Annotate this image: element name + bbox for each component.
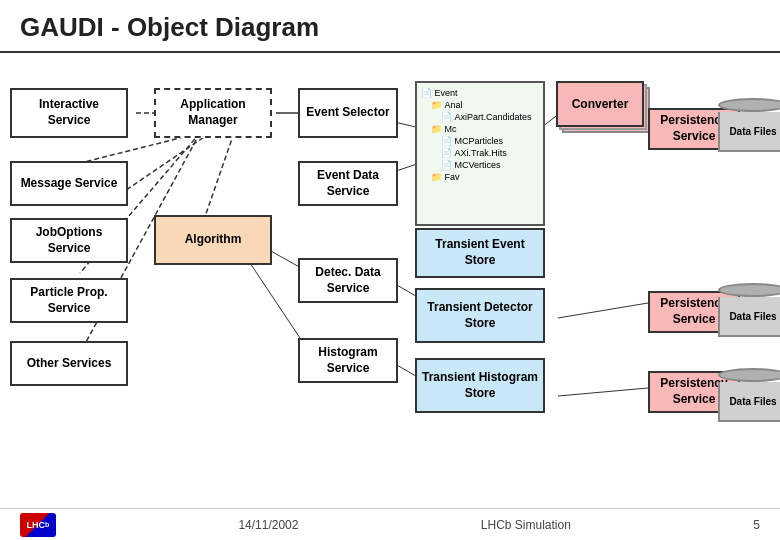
particle-prop-service-box: Particle Prop. Service xyxy=(10,278,128,323)
algorithm-box: Algorithm xyxy=(154,215,272,265)
tree-item-event: 📄 Event xyxy=(421,88,458,98)
tree-item-axitrak: 📄 AXi.Trak.Hits xyxy=(421,148,507,158)
footer-page: 5 xyxy=(753,518,760,532)
footer-logo: LHCb xyxy=(20,513,56,537)
event-tree-box: 📄 Event 📁 Anal 📄 AxiPart.Candidates 📁 Mc… xyxy=(415,81,545,226)
svg-line-18 xyxy=(558,388,648,396)
cylinder-body-2: Data Files xyxy=(718,297,780,337)
joboptions-service-label: JobOptions Service xyxy=(16,225,122,256)
event-data-service-label: Event Data Service xyxy=(304,168,392,199)
footer: LHCb 14/11/2002 LHCb Simulation 5 xyxy=(0,508,780,540)
data-files-2-label: Data Files xyxy=(729,311,776,322)
message-service-label: Message Service xyxy=(21,176,118,192)
particle-prop-service-label: Particle Prop. Service xyxy=(16,285,122,316)
detec-data-service-label: Detec. Data Service xyxy=(304,265,392,296)
interactive-service-box: Interactive Service xyxy=(10,88,128,138)
joboptions-service-box: JobOptions Service xyxy=(10,218,128,263)
application-manager-label: Application Manager xyxy=(160,97,266,128)
data-files-3-label: Data Files xyxy=(729,396,776,407)
diagram-area: Interactive Service Application Manager … xyxy=(0,53,780,523)
other-services-label: Other Services xyxy=(27,356,112,372)
histogram-service-label: Histogram Service xyxy=(304,345,392,376)
other-services-box: Other Services xyxy=(10,341,128,386)
tree-item-fav: 📁 Fav xyxy=(421,172,460,182)
data-files-1-label: Data Files xyxy=(729,126,776,137)
detec-data-service-box: Detec. Data Service xyxy=(298,258,398,303)
svg-line-15 xyxy=(558,303,648,318)
transient-histogram-store-box: Transient Histogram Store xyxy=(415,358,545,413)
cylinder-top-3 xyxy=(718,368,780,382)
tree-item-mc: 📁 Mc xyxy=(421,124,457,134)
cylinder-top-1 xyxy=(718,98,780,112)
converter-stack: Converter xyxy=(556,81,644,127)
cylinder-body-1: Data Files xyxy=(718,112,780,152)
data-files-2-cylinder: Data Files xyxy=(718,283,780,337)
event-selector-box: Event Selector xyxy=(298,88,398,138)
algorithm-label: Algorithm xyxy=(185,232,242,248)
tree-item-anal: 📁 Anal xyxy=(421,100,463,110)
transient-detector-store-box: Transient Detector Store xyxy=(415,288,545,343)
message-service-box: Message Service xyxy=(10,161,128,206)
interactive-service-label: Interactive Service xyxy=(16,97,122,128)
transient-event-store-label: Transient Event Store xyxy=(421,237,539,268)
data-files-3-cylinder: Data Files xyxy=(718,368,780,422)
cylinder-body-3: Data Files xyxy=(718,382,780,422)
cylinder-top-2 xyxy=(718,283,780,297)
data-files-1-cylinder: Data Files xyxy=(718,98,780,152)
footer-center: LHCb Simulation xyxy=(481,518,571,532)
event-data-service-box: Event Data Service xyxy=(298,161,398,206)
converter-box: Converter xyxy=(556,81,644,127)
tree-item-mcvertices: 📄 MCVertices xyxy=(421,160,501,170)
transient-detector-store-label: Transient Detector Store xyxy=(421,300,539,331)
transient-event-store-box: Transient Event Store xyxy=(415,228,545,278)
tree-item-axipart: 📄 AxiPart.Candidates xyxy=(421,112,532,122)
page-title: GAUDI - Object Diagram xyxy=(0,0,780,53)
footer-date: 14/11/2002 xyxy=(238,518,298,532)
histogram-service-box: Histogram Service xyxy=(298,338,398,383)
event-selector-label: Event Selector xyxy=(306,105,389,121)
transient-histogram-store-label: Transient Histogram Store xyxy=(421,370,539,401)
application-manager-box: Application Manager xyxy=(154,88,272,138)
converter-label: Converter xyxy=(572,97,629,111)
tree-item-mcparticles: 📄 MCParticles xyxy=(421,136,503,146)
